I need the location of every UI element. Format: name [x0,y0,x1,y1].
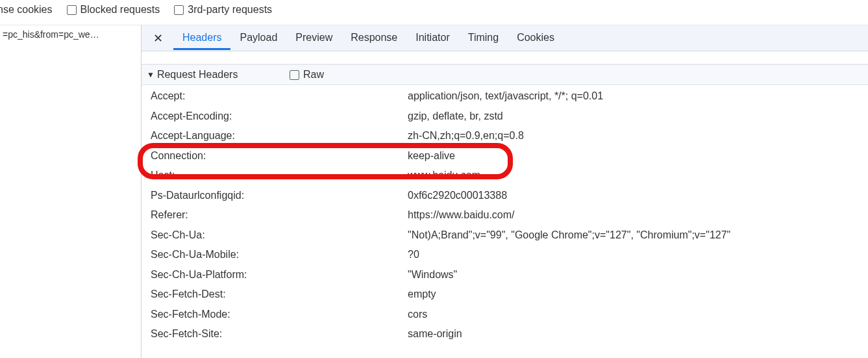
header-row: Connection: keep-alive [151,146,868,166]
section-title: Request Headers [157,69,238,81]
header-row: Sec-Ch-Ua-Mobile: ?0 [151,245,868,265]
header-name: Sec-Fetch-Dest: [151,285,408,305]
header-name: Sec-Fetch-Site: [151,324,408,344]
header-row: Host: www.baidu.com [151,166,868,186]
header-name: Referer: [151,205,408,225]
header-name: Host: [151,166,408,186]
header-row: Sec-Ch-Ua: "Not)A;Brand";v="99", "Google… [151,225,868,246]
request-details-panel: ✕ Headers Payload Preview Response Initi… [142,25,868,358]
header-name: Sec-Ch-Ua-Mobile: [151,245,408,265]
header-name: Accept-Language: [151,126,408,146]
filter-label: 3rd-party requests [188,4,272,16]
header-row: Sec-Fetch-Dest: empty [151,285,868,305]
header-value: 0xf6c2920c00013388 [408,186,868,206]
request-headers-section[interactable]: ▼ Request Headers Raw [142,64,868,85]
header-name: Connection: [151,146,408,166]
header-value: application/json, text/javascript, */*; … [408,86,868,107]
tab-response[interactable]: Response [341,27,406,50]
header-name: Accept-Encoding: [151,107,408,127]
filter-blocked-requests[interactable]: Blocked requests [67,4,160,16]
tab-headers[interactable]: Headers [173,27,230,50]
filter-response-cookies[interactable]: nse cookies [0,4,53,16]
header-name: Accept: [151,86,408,107]
network-filter-bar: nse cookies Blocked requests 3rd-party r… [0,0,868,25]
header-value: https://www.baidu.com/ [408,205,868,225]
filter-label: nse cookies [0,4,53,16]
filter-label: Blocked requests [81,4,160,16]
checkbox-icon[interactable] [290,70,299,80]
details-tabs: ✕ Headers Payload Preview Response Initi… [142,25,868,51]
header-name: Sec-Ch-Ua-Platform: [151,265,408,285]
header-value: empty [408,285,868,305]
header-value: keep-alive [408,146,868,166]
triangle-down-icon: ▼ [147,70,155,79]
raw-label: Raw [303,69,324,81]
header-row: Accept: application/json, text/javascrip… [151,86,868,107]
tab-timing[interactable]: Timing [459,27,508,50]
header-row: Referer: https://www.baidu.com/ [151,205,868,225]
checkbox-icon[interactable] [174,5,184,15]
header-value: zh-CN,zh;q=0.9,en;q=0.8 [408,126,868,146]
header-value: www.baidu.com [408,166,868,186]
checkbox-icon[interactable] [67,5,77,15]
tab-preview[interactable]: Preview [286,27,341,50]
header-name: Ps-Dataurlconfigqid: [151,186,408,206]
header-name: Sec-Fetch-Mode: [151,305,408,325]
header-name [151,51,408,64]
header-value: "Windows" [408,265,868,285]
tab-initiator[interactable]: Initiator [406,27,458,50]
tab-cookies[interactable]: Cookies [508,27,564,50]
header-row: Sec-Fetch-Mode: cors [151,305,868,325]
header-name: Sec-Ch-Ua: [151,225,408,246]
header-row: Sec-Ch-Ua-Platform: "Windows" [151,265,868,285]
header-row: Accept-Encoding: gzip, deflate, br, zstd [151,107,868,127]
header-value: same-origin [408,324,868,344]
request-headers-table: Accept: application/json, text/javascrip… [142,85,868,344]
header-value: cors [408,305,868,325]
filter-third-party[interactable]: 3rd-party requests [174,4,272,16]
prev-header-row [142,51,868,64]
header-value: ?0 [408,245,868,265]
header-value: "Not)A;Brand";v="99", "Google Chrome";v=… [408,225,868,246]
requests-list-panel: =pc_his&from=pc_we… 639 B / 129 kB trans… [0,25,142,358]
header-row: Sec-Fetch-Site: same-origin [151,324,868,344]
header-value: gzip, deflate, br, zstd [408,107,868,127]
header-row: Accept-Language: zh-CN,zh;q=0.9,en;q=0.8 [151,126,868,146]
close-icon[interactable]: ✕ [147,27,169,49]
header-row: Ps-Dataurlconfigqid: 0xf6c2920c00013388 [151,186,868,206]
tab-payload[interactable]: Payload [230,27,286,50]
raw-toggle[interactable]: Raw [290,69,324,81]
request-list-item[interactable]: =pc_his&from=pc_we… [0,25,141,44]
